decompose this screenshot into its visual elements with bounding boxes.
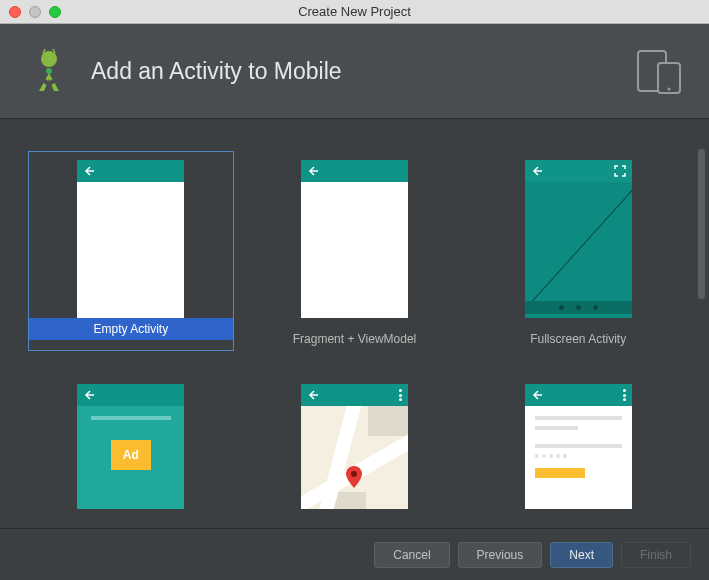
activity-gallery: Empty Activity Fragment + ViewModel — [0, 119, 709, 509]
preview-appbar — [301, 160, 408, 182]
preview-appbar — [525, 160, 632, 182]
svg-point-0 — [41, 51, 57, 67]
activity-grid: Empty Activity Fragment + ViewModel — [28, 151, 681, 509]
activity-card-fragment-viewmodel[interactable]: Fragment + ViewModel — [252, 151, 458, 351]
preview-appbar — [301, 384, 408, 406]
android-studio-logo-icon — [25, 47, 73, 95]
preview-appbar — [77, 384, 184, 406]
back-arrow-icon — [307, 165, 319, 177]
back-arrow-icon — [307, 389, 319, 401]
activity-preview — [301, 384, 408, 509]
finish-button: Finish — [621, 542, 691, 568]
preview-body: Ad — [77, 406, 184, 509]
scrollbar-thumb[interactable] — [698, 149, 705, 299]
back-arrow-icon — [531, 389, 543, 401]
cancel-button[interactable]: Cancel — [374, 542, 449, 568]
wizard-footer: Cancel Previous Next Finish — [0, 528, 709, 580]
preview-body — [301, 406, 408, 509]
activity-card-empty[interactable]: Empty Activity — [28, 151, 234, 351]
wizard-title: Add an Activity to Mobile — [91, 58, 634, 85]
preview-appbar — [525, 384, 632, 406]
menu-dots-icon — [399, 389, 402, 401]
fullscreen-icon — [614, 165, 626, 177]
activity-preview — [301, 160, 408, 318]
activity-card-fullscreen[interactable]: Fullscreen Activity — [475, 151, 681, 351]
svg-point-3 — [46, 68, 52, 74]
maximize-window-button[interactable] — [49, 6, 61, 18]
svg-point-7 — [351, 471, 357, 477]
activity-preview — [525, 160, 632, 318]
ad-badge: Ad — [111, 440, 151, 470]
back-arrow-icon — [83, 165, 95, 177]
minimize-window-button[interactable] — [29, 6, 41, 18]
menu-dots-icon — [623, 389, 626, 401]
preview-appbar — [77, 160, 184, 182]
wizard-header: Add an Activity to Mobile — [0, 24, 709, 119]
close-window-button[interactable] — [9, 6, 21, 18]
activity-preview: Ad — [77, 384, 184, 509]
activity-card-master-detail[interactable] — [475, 375, 681, 509]
devices-icon — [634, 47, 684, 95]
back-arrow-icon — [531, 165, 543, 177]
preview-body — [525, 406, 632, 509]
activity-label: Fragment + ViewModel — [253, 328, 457, 350]
activity-card-admob[interactable]: Ad — [28, 375, 234, 509]
window-controls — [0, 6, 61, 18]
titlebar: Create New Project — [0, 0, 709, 24]
map-pin-icon — [346, 466, 362, 488]
back-arrow-icon — [83, 389, 95, 401]
activity-preview — [77, 160, 184, 318]
next-button[interactable]: Next — [550, 542, 613, 568]
activity-label: Fullscreen Activity — [476, 328, 680, 350]
svg-point-6 — [668, 88, 671, 91]
previous-button[interactable]: Previous — [458, 542, 543, 568]
preview-body — [525, 182, 632, 318]
scrollbar[interactable] — [698, 149, 705, 459]
activity-preview — [525, 384, 632, 509]
activity-label: Empty Activity — [29, 318, 233, 340]
window-title: Create New Project — [0, 4, 709, 19]
activity-card-maps[interactable] — [252, 375, 458, 509]
